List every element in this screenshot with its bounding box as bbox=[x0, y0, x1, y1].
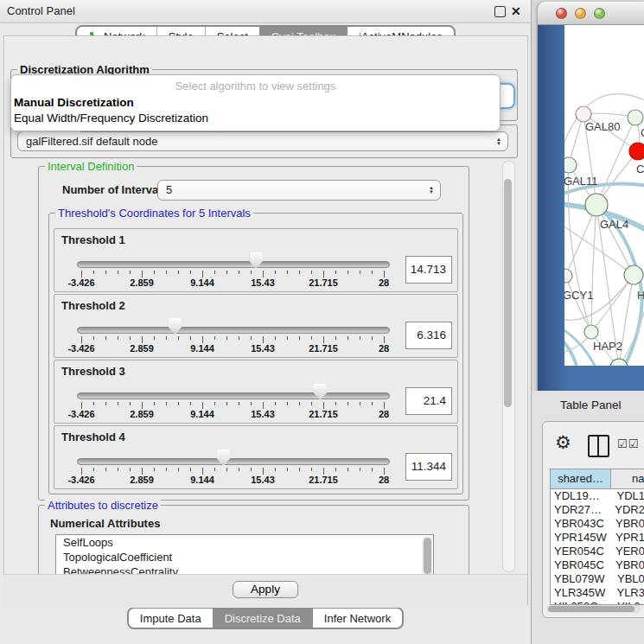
tick-label: 15.43 bbox=[239, 277, 287, 288]
tick bbox=[202, 271, 203, 277]
node-gcy1[interactable] bbox=[564, 269, 572, 283]
attribute-item-selfloops[interactable]: SelfLoops bbox=[56, 535, 433, 550]
table-row[interactable]: YBR045CYBR0 bbox=[551, 558, 644, 572]
tick bbox=[154, 468, 155, 471]
cell-shared-name[interactable]: YBR043C bbox=[551, 517, 609, 531]
tick bbox=[93, 468, 94, 471]
list-scrollbar-thumb[interactable] bbox=[424, 538, 431, 574]
tick bbox=[335, 402, 336, 405]
table-data-combo[interactable]: galFiltered.sif default node ▲▼ bbox=[17, 131, 508, 151]
tick bbox=[263, 468, 264, 475]
tick bbox=[93, 402, 94, 405]
bottom-tab-discretize-data[interactable]: Discretize Data bbox=[213, 609, 312, 628]
panel-title: Control Panel bbox=[7, 4, 75, 17]
threshold-1-slider-track[interactable] bbox=[77, 261, 390, 268]
table-row[interactable]: YPR145WYPR1 bbox=[551, 531, 644, 545]
tick bbox=[105, 468, 106, 471]
cell-name[interactable]: YDR2 bbox=[609, 503, 644, 517]
cell-shared-name[interactable]: YDR27… bbox=[551, 503, 609, 517]
node-table[interactable]: shared… na YDL19…YDL1YDR27…YDR2YBR043CYB… bbox=[550, 469, 644, 605]
main-scrollbar-track[interactable] bbox=[502, 161, 515, 572]
table-panel-box: ⚙ ☑☑ shared… na YDL19…YDL1YDR27…YDR2YBR0… bbox=[542, 421, 644, 618]
node-hap2[interactable] bbox=[584, 325, 598, 339]
node-label-gal80: GAL80 bbox=[585, 120, 620, 133]
threshold-2-value-field[interactable]: 6.316 bbox=[405, 322, 452, 349]
cell-shared-name[interactable]: YLR345W bbox=[551, 586, 610, 600]
cell-shared-name[interactable]: YDL19… bbox=[551, 489, 610, 503]
tick bbox=[118, 336, 118, 340]
cell-name[interactable]: YLR3 bbox=[610, 586, 644, 600]
node-gal11[interactable] bbox=[564, 157, 577, 173]
bottom-tab-impute-data[interactable]: Impute Data bbox=[129, 609, 213, 628]
table-hscrollbar-track[interactable] bbox=[546, 605, 641, 613]
tick bbox=[190, 271, 191, 274]
table-row[interactable]: YDR27…YDR2 bbox=[551, 503, 644, 517]
table-row[interactable]: YBR043CYBR0 bbox=[551, 517, 644, 531]
tick bbox=[226, 468, 227, 471]
threshold-2-slider-track[interactable] bbox=[77, 327, 390, 334]
threshold-4-value-field[interactable]: 11.344 bbox=[405, 453, 452, 481]
table-row[interactable]: YDL19…YDL1 bbox=[551, 489, 644, 503]
algorithm-dropdown-popup: Select algorithm to view settings Manual… bbox=[10, 74, 501, 131]
table-row[interactable]: YER054CYER0 bbox=[551, 545, 644, 558]
tick-label: 9.144 bbox=[178, 409, 226, 419]
tick bbox=[275, 402, 276, 405]
bottom-tab-bar: Impute DataDiscretize DataInfer Network bbox=[0, 607, 531, 629]
threshold-3-slider-track[interactable] bbox=[77, 392, 390, 399]
apply-button[interactable]: Apply bbox=[233, 581, 298, 598]
tick bbox=[81, 271, 82, 277]
node-red-node[interactable] bbox=[629, 143, 644, 160]
cell-name[interactable]: YDL1 bbox=[610, 489, 644, 503]
popup-option-equal-width-frequency[interactable]: Equal Width/Frequency Discretization bbox=[14, 112, 208, 124]
tick bbox=[299, 271, 300, 274]
number-of-intervals-combo[interactable]: 5 ▲▼ bbox=[157, 180, 441, 201]
tick bbox=[275, 271, 276, 274]
minimize-window-button[interactable] bbox=[575, 8, 586, 19]
threshold-3-value-field[interactable]: 21.4 bbox=[405, 387, 452, 415]
column-header-shared-name[interactable]: shared… bbox=[551, 469, 611, 488]
node-gal4[interactable] bbox=[585, 194, 608, 216]
network-canvas[interactable]: GAL80GACGAL11GAL4GCY1HHAP2 bbox=[564, 25, 644, 366]
tick bbox=[323, 468, 324, 475]
cell-name[interactable]: YBR0 bbox=[609, 517, 644, 531]
network-window-titlebar bbox=[538, 2, 644, 25]
close-panel-icon[interactable]: ✕ bbox=[511, 4, 521, 18]
cell-name[interactable]: YER0 bbox=[609, 545, 644, 558]
select-columns-icon[interactable]: ☑☑ bbox=[617, 437, 639, 450]
interval-definition-label: Interval Definition bbox=[45, 160, 137, 173]
table-row[interactable]: YLR345WYLR3 bbox=[551, 586, 644, 600]
tick bbox=[360, 468, 360, 471]
tick-label: 2.859 bbox=[118, 277, 166, 288]
main-scrollbar-thumb[interactable] bbox=[504, 179, 512, 407]
float-window-icon[interactable] bbox=[494, 6, 506, 17]
tick bbox=[118, 402, 118, 405]
gear-icon[interactable]: ⚙ bbox=[555, 432, 571, 453]
tick bbox=[178, 336, 179, 340]
node-h-node[interactable] bbox=[624, 265, 643, 284]
threshold-1-value-field[interactable]: 14.713 bbox=[405, 256, 452, 284]
tick bbox=[190, 402, 191, 405]
close-window-button[interactable] bbox=[556, 8, 567, 19]
cell-shared-name[interactable]: YPR145W bbox=[551, 531, 609, 545]
cell-name[interactable]: YPR1 bbox=[609, 531, 644, 545]
control-panel: Control Panel ✕ NetworkStyleSelectCyni T… bbox=[0, 0, 532, 644]
popup-option-manual-discretization[interactable]: Manual Discretization bbox=[14, 96, 134, 109]
tick bbox=[311, 402, 312, 405]
split-view-icon[interactable] bbox=[588, 435, 609, 457]
tick bbox=[360, 336, 360, 340]
table-hscrollbar-thumb[interactable] bbox=[548, 606, 634, 612]
cell-name[interactable]: YBR0 bbox=[609, 558, 644, 572]
tick bbox=[348, 336, 348, 340]
table-row[interactable]: YBL079WYBL0 bbox=[551, 572, 644, 586]
cell-shared-name[interactable]: YBR045C bbox=[551, 558, 609, 572]
tick bbox=[214, 271, 215, 274]
bottom-tab-infer-network[interactable]: Infer Network bbox=[312, 609, 402, 628]
node-top-right[interactable] bbox=[628, 110, 643, 125]
cell-name[interactable]: YBL0 bbox=[611, 572, 644, 586]
attribute-item-topologicalcoefficient[interactable]: TopologicalCoefficient bbox=[56, 550, 433, 564]
cell-shared-name[interactable]: YBL079W bbox=[551, 572, 611, 586]
threshold-4-slider-track[interactable] bbox=[77, 458, 390, 465]
zoom-window-button[interactable] bbox=[594, 8, 605, 19]
cell-shared-name[interactable]: YER054C bbox=[551, 545, 609, 558]
column-header-name[interactable]: na bbox=[611, 469, 644, 488]
